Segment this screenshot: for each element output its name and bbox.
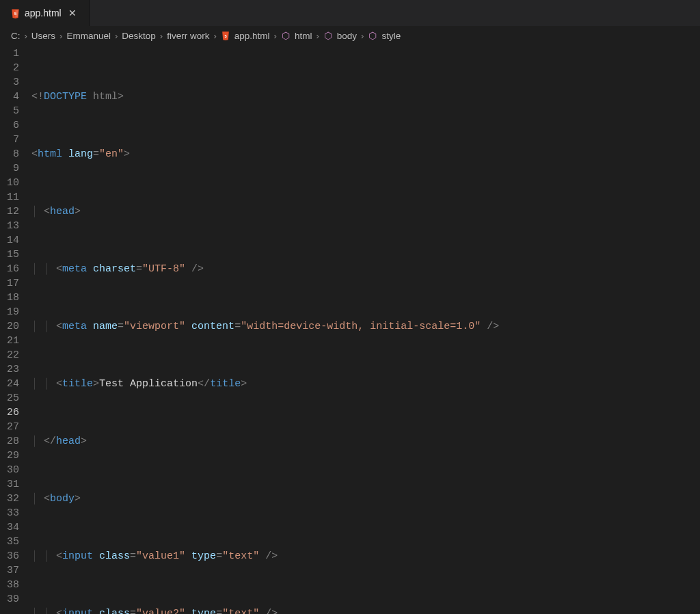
breadcrumb: C:› Users› Emmanuel› Desktop› fiverr wor… bbox=[0, 26, 700, 45]
chevron-right-icon: › bbox=[59, 31, 62, 41]
breadcrumb-item[interactable]: Desktop bbox=[122, 31, 156, 41]
breadcrumb-item[interactable]: C: bbox=[11, 31, 21, 41]
line-numbers-gutter: 1234567891011121314151617181920212223242… bbox=[0, 45, 31, 608]
code-line[interactable]: │ <head> bbox=[31, 204, 700, 219]
chevron-right-icon: › bbox=[115, 31, 118, 41]
symbol-icon: ⬡ bbox=[368, 30, 377, 41]
code-content[interactable]: <!DOCTYPE html> <html lang="en"> │ <head… bbox=[31, 45, 700, 614]
breadcrumb-item[interactable]: Users bbox=[31, 31, 55, 41]
chevron-right-icon: › bbox=[274, 31, 277, 41]
symbol-icon: ⬡ bbox=[281, 30, 291, 41]
code-line[interactable]: │ │ <input class="value2" type="text" /> bbox=[31, 606, 700, 614]
chevron-right-icon: › bbox=[213, 31, 216, 41]
chevron-right-icon: › bbox=[160, 31, 163, 41]
code-line[interactable]: │ <body> bbox=[31, 492, 700, 506]
breadcrumb-item[interactable]: body bbox=[337, 31, 357, 41]
code-line[interactable]: │ │ <meta name="viewport" content="width… bbox=[31, 319, 700, 334]
code-line[interactable]: │ │ <meta charset="UTF-8" /> bbox=[31, 262, 700, 276]
code-line[interactable]: │ │ <input class="value1" type="text" /> bbox=[31, 549, 700, 563]
code-line[interactable]: │ </head> bbox=[31, 434, 700, 449]
tab-title: app.html bbox=[25, 8, 62, 18]
breadcrumb-item[interactable]: Emmanuel bbox=[66, 31, 111, 41]
close-tab-icon[interactable]: ✕ bbox=[66, 6, 79, 20]
html-file-icon: 5 bbox=[221, 31, 230, 40]
code-line[interactable]: <!DOCTYPE html> bbox=[31, 90, 700, 104]
html-file-icon: 5 bbox=[10, 8, 21, 18]
breadcrumb-item[interactable]: style bbox=[381, 31, 401, 41]
breadcrumb-item[interactable]: app.html bbox=[234, 31, 270, 41]
code-line[interactable]: │ │ <title>Test Application</title> bbox=[31, 377, 700, 391]
breadcrumb-item[interactable]: fiverr work bbox=[167, 31, 209, 41]
chevron-right-icon: › bbox=[316, 31, 319, 41]
symbol-icon: ⬡ bbox=[323, 30, 333, 41]
code-editor[interactable]: 1234567891011121314151617181920212223242… bbox=[0, 45, 700, 614]
editor-tab[interactable]: 5 app.html ✕ bbox=[0, 0, 90, 26]
tab-bar: 5 app.html ✕ bbox=[0, 0, 700, 26]
breadcrumb-item[interactable]: html bbox=[295, 31, 312, 41]
svg-text:5: 5 bbox=[224, 34, 226, 38]
chevron-right-icon: › bbox=[25, 31, 27, 41]
chevron-right-icon: › bbox=[361, 31, 364, 41]
code-line[interactable]: <html lang="en"> bbox=[31, 147, 700, 161]
